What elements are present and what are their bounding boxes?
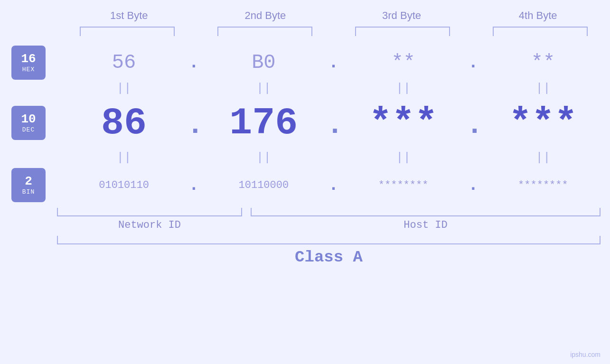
network-id-label: Network ID [118,219,181,231]
byte2-header: 2nd Byte [213,9,318,22]
dec-byte1: 86 [72,102,176,145]
dec-badge-num: 10 [21,112,36,126]
bin-badge-label: BIN [22,188,35,196]
dot-dec-3: . [466,109,480,141]
dec-byte2: 176 [211,102,316,145]
hex-badge-label: HEX [22,66,35,73]
hex-badge: 16 HEX [11,46,46,80]
hex-byte2: B0 [211,51,316,74]
bracket-byte1 [80,27,175,36]
bin-byte3: ******** [351,179,456,191]
bin-badge: 2 BIN [11,168,46,202]
bin-badge-num: 2 [25,175,32,188]
dot-bin-2: . [326,176,340,195]
bin-byte1: 01010110 [72,179,176,191]
dec-byte3: *** [351,102,456,145]
eq-hex-4: || [491,81,595,95]
hex-byte1: 56 [72,51,176,74]
hex-badge-num: 16 [21,52,36,66]
byte-headers: 1st Byte 2nd Byte 3rd Byte 4th Byte [73,9,595,22]
eq-hex-1: || [72,81,176,95]
dot-bin-1: . [187,176,201,195]
hex-byte3: ** [351,51,456,74]
dec-byte4: *** [491,102,595,145]
host-id-bracket [251,208,601,216]
byte3-header: 3rd Byte [349,9,454,22]
watermark: ipshu.com [570,351,601,358]
dec-badge: 10 DEC [11,106,46,140]
bracket-byte2 [217,27,312,36]
dec-badge-label: DEC [22,126,35,133]
dot-dec-1: . [187,109,201,141]
eq-hex-2: || [211,81,316,95]
eq-dec-1: || [72,150,176,165]
byte1-header: 1st Byte [77,9,181,22]
main-container: 1st Byte 2nd Byte 3rd Byte 4th Byte 16 H… [0,0,610,364]
dot-hex-1: . [187,53,201,73]
host-id-label: Host ID [404,219,447,231]
dot-hex-3: . [466,53,480,73]
dot-hex-2: . [326,53,340,73]
dot-dec-2: . [326,109,340,141]
hex-byte4: ** [491,51,595,74]
dot-bin-3: . [466,176,480,195]
eq-dec-2: || [211,150,316,165]
eq-hex-3: || [351,81,456,95]
bracket-byte4 [493,27,588,36]
bin-byte4: ******** [491,179,595,191]
class-label: Class A [295,248,363,266]
full-bottom-bracket [57,236,601,244]
network-id-bracket [57,208,242,216]
eq-dec-4: || [491,150,595,165]
eq-dec-3: || [351,150,456,165]
top-brackets [73,27,595,36]
bracket-byte3 [355,27,450,36]
bin-byte2: 10110000 [211,179,316,191]
byte4-header: 4th Byte [486,9,590,22]
